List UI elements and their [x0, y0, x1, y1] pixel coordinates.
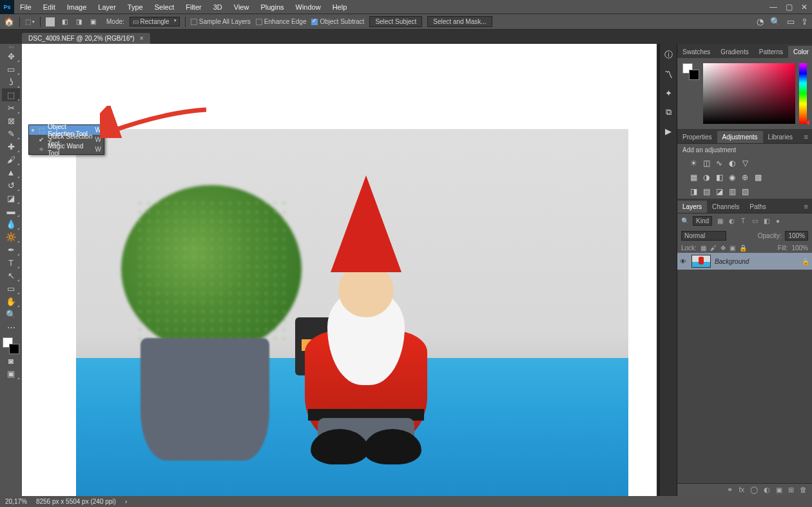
eyedropper-tool[interactable]: ✎ — [2, 127, 20, 140]
delete-layer-icon[interactable]: 🗑 — [800, 486, 807, 494]
type-tool[interactable]: T — [2, 256, 20, 269]
new-selection-icon[interactable] — [46, 17, 55, 26]
hand-tool[interactable]: ✋ — [2, 295, 20, 308]
properties-tab[interactable]: Properties — [677, 131, 717, 143]
enhance-edge-checkbox[interactable]: Enhance Edge — [256, 18, 307, 25]
path-selection-tool[interactable]: ↖ — [2, 269, 20, 282]
share-icon[interactable]: ⇪ — [801, 17, 808, 26]
document-tab[interactable]: DSC_4009.NEF @ 20,2% (RGB/16*) × — [22, 33, 150, 44]
lock-image-icon[interactable]: 🖌 — [710, 244, 717, 252]
brush-tool[interactable]: 🖌 — [2, 153, 20, 166]
filter-smart-icon[interactable]: ◧ — [762, 217, 770, 224]
history-brush-tool[interactable]: ↺ — [2, 179, 20, 192]
lock-artboard-icon[interactable]: ▣ — [730, 244, 735, 252]
layer-row-background[interactable]: 👁 Background 🔒 — [677, 253, 812, 270]
home-icon[interactable]: 🏠 — [4, 17, 14, 27]
layers-tab[interactable]: Layers — [677, 201, 707, 213]
document-dimensions[interactable]: 8256 px x 5504 px (240 ppi) — [36, 498, 116, 505]
tool-preset-icon[interactable]: ⬚▾ — [25, 18, 35, 25]
selectivecolor-icon[interactable]: ▧ — [740, 187, 749, 196]
menu-plugins[interactable]: Plugins — [255, 1, 289, 13]
search-icon[interactable]: 🔍 — [770, 17, 780, 26]
workspace-icon[interactable]: ▭ — [787, 17, 795, 26]
layer-lock-icon[interactable]: 🔒 — [802, 258, 809, 265]
menu-edit[interactable]: Edit — [37, 1, 61, 13]
menu-file[interactable]: File — [14, 1, 37, 13]
menu-3d[interactable]: 3D — [208, 1, 228, 13]
invert-icon[interactable]: ◨ — [689, 187, 698, 196]
filter-type-icon[interactable]: T — [739, 217, 747, 224]
curves-icon[interactable]: ∿ — [715, 159, 724, 168]
menu-image[interactable]: Image — [61, 1, 93, 13]
filter-kind-icon[interactable]: 🔍 — [681, 217, 689, 224]
mode-dropdown[interactable]: ▭ Rectangle ▾ — [130, 17, 180, 26]
layer-mask-icon[interactable]: ◯ — [750, 486, 758, 494]
filter-adj-icon[interactable]: ◐ — [728, 217, 735, 224]
menu-help[interactable]: Help — [327, 1, 353, 13]
threshold-icon[interactable]: ◪ — [715, 187, 724, 196]
crop-tool[interactable]: ✂ — [2, 101, 20, 114]
exposure-icon[interactable]: ◐ — [728, 159, 737, 168]
filter-shape-icon[interactable]: ▭ — [751, 217, 759, 224]
swatches-tab[interactable]: Swatches — [677, 46, 715, 58]
fill-field[interactable]: 100% — [791, 244, 808, 252]
add-to-selection-icon[interactable]: ◧ — [60, 17, 69, 26]
layer-thumbnail[interactable] — [691, 255, 711, 268]
menu-type[interactable]: Type — [122, 1, 149, 13]
lock-all-icon[interactable]: 🔒 — [739, 244, 747, 252]
layer-fx-icon[interactable]: fx — [739, 486, 744, 494]
shape-tool[interactable]: ▭ — [2, 282, 20, 295]
info-panel-icon[interactable]: ⓘ — [664, 49, 673, 61]
eraser-tool[interactable]: ◪ — [2, 192, 20, 204]
object-subtract-checkbox[interactable]: Object Subtract — [311, 18, 364, 25]
hue-icon[interactable]: ▦ — [689, 173, 698, 182]
channels-tab[interactable]: Channels — [707, 201, 744, 213]
dodge-tool[interactable]: 🔆 — [2, 230, 20, 243]
photofilter-icon[interactable]: ◉ — [728, 173, 737, 182]
intersect-selection-icon[interactable]: ▣ — [88, 17, 97, 26]
levels-icon[interactable]: ◫ — [702, 159, 711, 168]
panel-menu-icon[interactable]: ≡ — [800, 130, 812, 143]
new-layer-icon[interactable]: ⊞ — [788, 486, 794, 494]
vibrance-icon[interactable]: ▽ — [740, 159, 749, 168]
maximize-button[interactable]: ▢ — [781, 2, 797, 12]
marquee-tool[interactable]: ▭ — [2, 63, 20, 75]
frame-tool[interactable]: ⊠ — [2, 114, 20, 127]
colorbalance-icon[interactable]: ◑ — [702, 173, 711, 182]
sample-all-layers-checkbox[interactable]: Sample All Layers — [191, 18, 251, 25]
screen-mode-icon[interactable]: ▣ — [2, 367, 20, 380]
paths-tab[interactable]: Paths — [744, 201, 771, 213]
posterize-icon[interactable]: ▤ — [702, 187, 711, 196]
menu-layer[interactable]: Layer — [92, 1, 122, 13]
blur-tool[interactable]: 💧 — [2, 217, 20, 230]
menu-filter[interactable]: Filter — [180, 1, 207, 13]
filter-kind-dropdown[interactable]: Kind — [693, 216, 712, 226]
lasso-tool[interactable]: ʖ — [2, 75, 20, 88]
canvas-area[interactable] — [22, 44, 659, 496]
gradientmap-icon[interactable]: ▥ — [728, 187, 737, 196]
clone-stamp-tool[interactable]: ▲ — [2, 166, 20, 179]
opacity-field[interactable]: 100% — [785, 231, 808, 241]
close-tab-icon[interactable]: × — [140, 35, 144, 42]
patterns-tab[interactable]: Patterns — [754, 46, 788, 58]
color-picker-field[interactable] — [703, 63, 795, 124]
cloud-docs-icon[interactable]: ◔ — [757, 17, 764, 26]
link-layers-icon[interactable]: ⚭ — [727, 486, 733, 494]
history-panel-icon[interactable]: ⧉ — [666, 107, 672, 117]
select-subject-button[interactable]: Select Subject — [369, 16, 422, 27]
histogram-panel-icon[interactable]: 〽 — [664, 70, 673, 79]
libraries-tab[interactable]: Libraries — [763, 131, 798, 143]
channelmixer-icon[interactable]: ⊕ — [740, 173, 749, 182]
blend-mode-dropdown[interactable]: Normal — [681, 231, 726, 241]
status-chevron-icon[interactable]: › — [125, 498, 127, 505]
bw-icon[interactable]: ◧ — [715, 173, 724, 182]
color-tab[interactable]: Color — [788, 46, 812, 58]
zoom-tool[interactable]: 🔍 — [2, 308, 20, 321]
minimize-button[interactable]: — — [766, 2, 781, 12]
gradients-tab[interactable]: Gradients — [715, 46, 753, 58]
lock-transparency-icon[interactable]: ▦ — [701, 244, 706, 252]
navigator-panel-icon[interactable]: ✦ — [665, 88, 672, 98]
object-selection-tool[interactable]: ⬚ — [2, 88, 20, 101]
adjustments-tab[interactable]: Adjustments — [717, 131, 763, 143]
group-icon[interactable]: ▣ — [776, 486, 782, 494]
